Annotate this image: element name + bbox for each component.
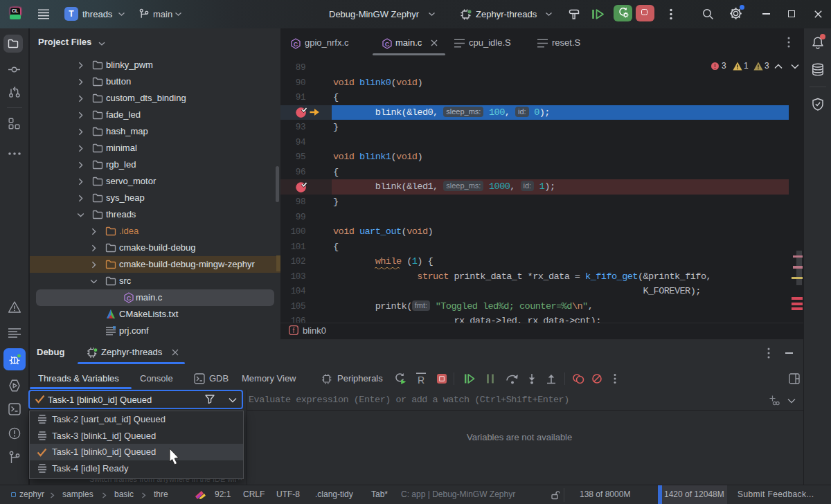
svg-text:C: C <box>385 41 390 48</box>
svg-text:C: C <box>127 295 132 302</box>
svg-text:R: R <box>418 375 425 385</box>
svg-text:C: C <box>294 41 298 48</box>
svg-text:f: f <box>293 327 295 334</box>
